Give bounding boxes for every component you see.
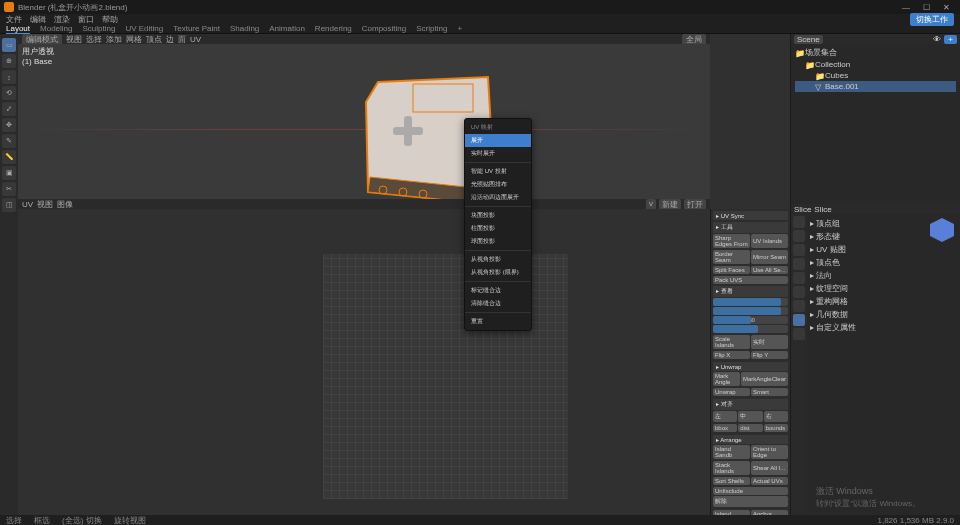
ptab-object[interactable] (793, 286, 805, 298)
tree-item[interactable]: 📁场景集合 (795, 46, 956, 59)
menu-window[interactable]: 窗口 (78, 14, 94, 25)
mode-select[interactable]: 编辑模式 (22, 34, 62, 45)
menu-render[interactable]: 渲染 (54, 14, 70, 25)
hdr-face[interactable]: 面 (178, 34, 186, 45)
tool-extrude[interactable]: ▣ (2, 166, 16, 180)
tree-item[interactable]: 📁Collection (795, 59, 956, 70)
panel-button[interactable]: Shear All I... (751, 461, 788, 475)
ptab-render[interactable] (793, 216, 805, 228)
panel-button[interactable]: Mark Angle (713, 372, 740, 386)
panel-button[interactable]: Orient to Edge (751, 445, 788, 459)
props-section[interactable]: ▸ UV 贴图 (810, 243, 957, 256)
outliner-tree[interactable]: 📁场景集合📁Collection📁Cubes▽Base.001 (791, 44, 960, 204)
ctx-item[interactable]: 沿活动四边面展开 (465, 191, 531, 204)
tab-modeling[interactable]: Modeling (40, 24, 72, 33)
panel-button[interactable]: Flip Y (751, 351, 788, 359)
hdr-uv[interactable]: UV (190, 35, 201, 44)
panel-slider[interactable]: 1.00 (713, 325, 788, 333)
props-tab-1[interactable]: Slice (794, 205, 811, 214)
tree-item[interactable]: ▽Base.001 (795, 81, 956, 92)
panel-header[interactable]: ▸ Unwrap (713, 362, 788, 371)
panel-button[interactable]: 解除 (713, 496, 788, 507)
tool-move[interactable]: ↕ (2, 70, 16, 84)
tool-scale[interactable]: ⤢ (2, 102, 16, 116)
close-button[interactable]: ✕ (936, 3, 956, 12)
scene-select[interactable]: Scene (794, 35, 823, 44)
hdr-mesh[interactable]: 网格 (126, 34, 142, 45)
uvhdr-image[interactable]: 图像 (57, 199, 73, 210)
panel-slider[interactable]: 360° (713, 307, 788, 315)
tool-loop[interactable]: ◫ (2, 198, 16, 212)
ctx-item[interactable]: 标记缝合边 (465, 284, 531, 297)
panel-slider[interactable]: 180 (713, 316, 788, 324)
tool-cursor[interactable]: ⊕ (2, 54, 16, 68)
ctx-item[interactable]: 球面投影 (465, 235, 531, 248)
ctx-item[interactable]: 柱面投影 (465, 222, 531, 235)
panel-button[interactable]: Pack UVS (713, 276, 788, 284)
workspace-switch-button[interactable]: 切换工作 (910, 13, 954, 26)
panel-header[interactable]: ▸ 对齐 (713, 399, 788, 410)
seg-button[interactable]: 中 (738, 411, 762, 422)
tool-transform[interactable]: ✥ (2, 118, 16, 132)
ctx-item[interactable]: 智能 UV 投射 (465, 165, 531, 178)
tab-animation[interactable]: Animation (269, 24, 305, 33)
uvhdr-dropdown[interactable]: v (646, 199, 656, 210)
tool-select[interactable]: ▭ (2, 38, 16, 52)
panel-button[interactable]: Island Sandb (713, 445, 750, 459)
panel-button[interactable]: Stack Islands (713, 461, 750, 475)
seg-button[interactable]: dist (738, 424, 762, 432)
hdr-select[interactable]: 选择 (86, 34, 102, 45)
uvhdr-new[interactable]: 新建 (659, 199, 681, 210)
panel-header[interactable]: ▸ UV Sync (713, 211, 788, 220)
ptab-modifier[interactable] (793, 300, 805, 312)
ctx-item[interactable]: 清除缝合边 (465, 297, 531, 310)
uvhdr-view[interactable]: 视图 (37, 199, 53, 210)
ctx-item[interactable]: 从视角投影 (限界) (465, 266, 531, 279)
props-section[interactable]: ▸ 法向 (810, 269, 957, 282)
tree-item[interactable]: 📁Cubes (795, 70, 956, 81)
panel-header[interactable]: ▸ 查看 (713, 286, 788, 297)
props-section[interactable]: ▸ 重构网格 (810, 295, 957, 308)
ctx-item[interactable]: 从视角投影 (465, 253, 531, 266)
tab-rendering[interactable]: Rendering (315, 24, 352, 33)
ctx-item[interactable]: 展开 (465, 134, 531, 147)
menu-help[interactable]: 帮助 (102, 14, 118, 25)
uv-editor[interactable] (18, 209, 710, 525)
panel-header[interactable]: ▸ Arrange (713, 435, 788, 444)
panel-header[interactable]: ▸ 工具 (713, 222, 788, 233)
view-layer-icon[interactable]: 👁 (933, 35, 941, 44)
panel-button[interactable]: Smart (751, 388, 788, 396)
seg-button[interactable]: bounds (764, 424, 788, 432)
ctx-item[interactable]: 光照贴图排布 (465, 178, 531, 191)
tool-rotate[interactable]: ⟲ (2, 86, 16, 100)
panel-button[interactable]: 实时 (751, 335, 788, 349)
menu-edit[interactable]: 编辑 (30, 14, 46, 25)
panel-button[interactable]: Actual UVs (751, 477, 788, 485)
seg-button[interactable]: bbox (713, 424, 737, 432)
hdr-view[interactable]: 视图 (66, 34, 82, 45)
panel-button[interactable]: Border Seam (713, 250, 750, 264)
hdr-vertex[interactable]: 顶点 (146, 34, 162, 45)
tab-add[interactable]: + (457, 24, 462, 33)
ptab-material[interactable] (793, 328, 805, 340)
panel-button[interactable]: Flip X (713, 351, 750, 359)
ptab-data[interactable] (793, 314, 805, 326)
panel-button[interactable]: Unfisclude (713, 487, 788, 495)
tab-layout[interactable]: Layout (6, 24, 30, 34)
3d-viewport[interactable]: 用户透视 (1) Base (18, 44, 710, 199)
props-section[interactable]: ▸ 几何数据 (810, 308, 957, 321)
ptab-scene[interactable] (793, 258, 805, 270)
props-tab-2[interactable]: Slice (814, 205, 831, 214)
uvhdr-open[interactable]: 打开 (684, 199, 706, 210)
ctx-item[interactable]: 实时展开 (465, 147, 531, 160)
tab-uv[interactable]: UV Editing (125, 24, 163, 33)
panel-button[interactable]: Split Faces (713, 266, 750, 274)
tool-knife[interactable]: ✂ (2, 182, 16, 196)
panel-slider[interactable]: 360° (713, 298, 788, 306)
seg-button[interactable]: 右 (764, 411, 788, 422)
props-section[interactable]: ▸ 自定义属性 (810, 321, 957, 334)
panel-button[interactable]: Use All Se... (751, 266, 788, 274)
props-section[interactable]: ▸ 顶点色 (810, 256, 957, 269)
panel-button[interactable]: Mirror Seam (751, 250, 788, 264)
panel-button[interactable]: Sort Shells (713, 477, 750, 485)
